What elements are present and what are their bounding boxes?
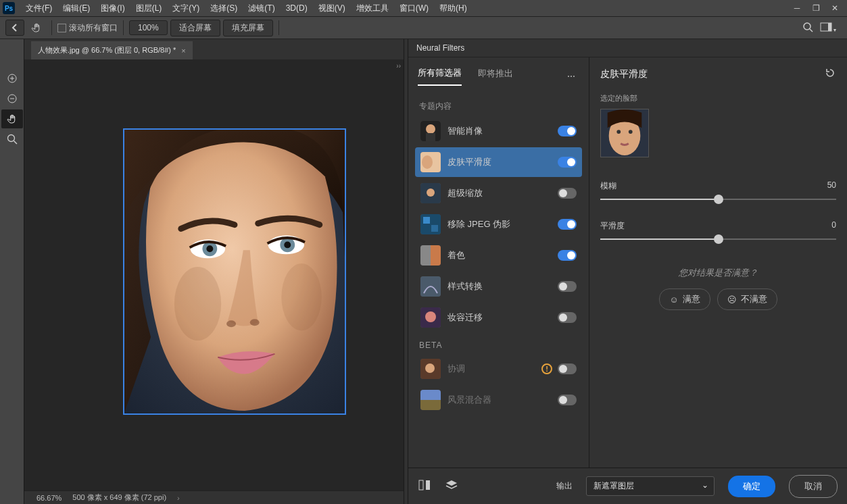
smooth-slider-block: 平滑度 0	[600, 220, 836, 240]
feedback-question: 您对结果是否满意？	[600, 267, 836, 279]
chevron-down-icon: ⌄	[702, 480, 708, 490]
search-icon[interactable]	[802, 22, 813, 34]
fill-screen-button[interactable]: 填充屏幕	[223, 20, 273, 36]
zoom-in-tool-icon[interactable]	[1, 69, 23, 88]
tab-all-filters[interactable]: 所有筛选器	[418, 67, 462, 86]
frown-icon: ☹	[727, 295, 737, 305]
selected-face-label: 选定的脸部	[600, 93, 836, 103]
expand-panels-icon[interactable]: ››	[396, 62, 401, 70]
filter-makeup-transfer[interactable]: 妆容迁移	[415, 303, 582, 332]
neural-filters-panel: Neural Filters 所有筛选器 即将推出 ⋯ 专题内容 智能肖像	[408, 39, 847, 504]
toggle-jpeg[interactable]	[558, 219, 577, 230]
smooth-slider[interactable]	[600, 238, 836, 240]
svg-point-28	[427, 188, 435, 197]
options-bar: 滚动所有窗口 100% 适合屏幕 填充屏幕 ▾	[0, 16, 847, 39]
menu-bar: Ps 文件(F) 编辑(E) 图像(I) 图层(L) 文字(Y) 选择(S) 滤…	[0, 0, 847, 16]
tab-close-icon[interactable]: ×	[181, 47, 185, 55]
smooth-value: 0	[831, 220, 836, 232]
svg-rect-46	[426, 480, 430, 490]
svg-point-43	[616, 130, 621, 134]
menu-filter[interactable]: 滤镜(T)	[243, 0, 280, 16]
zoom-tool-button[interactable]	[1, 130, 23, 149]
close-icon[interactable]: ✕	[825, 1, 844, 16]
section-beta-label: BETA	[415, 334, 582, 354]
smile-icon: ☺	[669, 295, 678, 305]
menu-image[interactable]: 图像(I)	[95, 0, 130, 16]
toggle-colorize[interactable]	[558, 250, 577, 261]
fit-screen-button[interactable]: 适合屏幕	[170, 20, 220, 36]
filter-super-zoom[interactable]: 超级缩放	[415, 178, 582, 208]
menu-select[interactable]: 选择(S)	[205, 0, 243, 16]
toggle-smart-portrait[interactable]	[558, 126, 577, 136]
menu-3d[interactable]: 3D(D)	[281, 0, 313, 16]
output-label: 输出	[556, 480, 573, 492]
menu-view[interactable]: 视图(V)	[313, 0, 351, 16]
menu-edit[interactable]: 编辑(E)	[57, 0, 95, 16]
toggle-super-zoom[interactable]	[558, 188, 577, 199]
maximize-icon[interactable]: ❐	[806, 1, 825, 16]
reset-icon[interactable]	[824, 67, 836, 81]
feedback-yes-button[interactable]: ☺满意	[659, 288, 710, 310]
toggle-makeup[interactable]	[558, 312, 577, 323]
section-featured-label: 专题内容	[408, 94, 589, 116]
menu-file[interactable]: 文件(F)	[20, 0, 57, 16]
svg-point-20	[174, 267, 220, 341]
filter-harmonize-label: 协调	[447, 363, 541, 375]
svg-rect-39	[420, 390, 441, 400]
toggle-landscape[interactable]	[558, 395, 577, 405]
svg-line-1	[810, 29, 813, 32]
filter-smart-portrait-label: 智能肖像	[447, 125, 558, 137]
zoom-out-tool-icon[interactable]	[1, 89, 23, 108]
minimize-icon[interactable]: ─	[788, 1, 806, 16]
svg-point-14	[206, 245, 213, 252]
filter-style-label: 样式转换	[447, 280, 558, 293]
warning-icon: !	[541, 363, 552, 374]
neural-filters-header: Neural Filters	[408, 39, 847, 57]
selected-face-thumb[interactable]	[600, 109, 649, 157]
before-after-icon[interactable]	[418, 479, 431, 493]
svg-point-19	[249, 319, 259, 326]
layers-icon[interactable]	[445, 479, 458, 493]
menu-layer[interactable]: 图层(L)	[130, 0, 168, 16]
ok-button[interactable]: 确定	[728, 476, 775, 497]
filter-smart-portrait[interactable]: 智能肖像	[415, 116, 582, 146]
menu-plugins[interactable]: 增效工具	[351, 0, 394, 16]
nf-more-icon[interactable]: ⋯	[567, 72, 579, 81]
menu-window[interactable]: 窗口(W)	[394, 0, 434, 16]
toggle-harmonization[interactable]	[558, 363, 577, 374]
svg-rect-31	[431, 225, 438, 232]
svg-point-18	[226, 320, 236, 327]
toggle-style[interactable]	[558, 281, 577, 292]
svg-rect-45	[419, 480, 423, 490]
hand-tool-button[interactable]	[1, 109, 23, 128]
canvas-area: 人物效果.jpg @ 66.7% (图层 0, RGB/8#) * ×	[24, 39, 404, 504]
nf-footer: 输出 新遮罩图层 ⌄ 确定 取消	[408, 468, 847, 504]
menu-type[interactable]: 文字(Y)	[167, 0, 205, 16]
filter-colorize[interactable]: 着色	[415, 241, 582, 270]
filter-jpeg-artifacts[interactable]: 移除 JPEG 伪影	[415, 209, 582, 239]
status-chevron-icon[interactable]: ›	[177, 494, 180, 502]
document-tab[interactable]: 人物效果.jpg @ 66.7% (图层 0, RGB/8#) * ×	[31, 41, 193, 59]
filter-superzoom-label: 超级缩放	[447, 187, 558, 199]
zoom-100-button[interactable]: 100%	[129, 20, 168, 35]
output-select[interactable]: 新遮罩图层 ⌄	[586, 476, 715, 496]
feedback-no-button[interactable]: ☹不满意	[717, 288, 777, 310]
workspace-icon[interactable]: ▾	[820, 22, 836, 34]
scroll-all-checkbox[interactable]: 滚动所有窗口	[57, 22, 118, 34]
filter-landscape-mixer[interactable]: 风景混合器	[415, 385, 582, 415]
cancel-button[interactable]: 取消	[789, 475, 838, 498]
home-back-button[interactable]	[5, 20, 24, 36]
status-docinfo: 500 像素 x 649 像素 (72 ppi)	[72, 493, 166, 503]
toggle-skin-smoothing[interactable]	[558, 157, 577, 168]
filter-harmonization[interactable]: 协调 !	[415, 354, 582, 384]
blur-slider[interactable]	[600, 199, 836, 200]
menu-help[interactable]: 帮助(H)	[434, 0, 473, 16]
svg-rect-32	[420, 245, 431, 266]
svg-point-17	[284, 241, 291, 248]
svg-rect-33	[431, 245, 441, 266]
canvas-image[interactable]	[123, 128, 346, 415]
filter-skin-smoothing[interactable]: 皮肤平滑度	[415, 147, 582, 177]
tab-upcoming[interactable]: 即将推出	[478, 68, 513, 85]
hand-tool-icon[interactable]	[27, 20, 46, 36]
filter-style-transfer[interactable]: 样式转换	[415, 272, 582, 301]
